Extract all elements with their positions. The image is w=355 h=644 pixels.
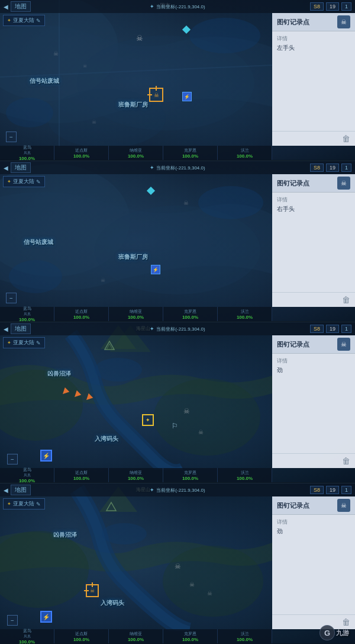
blue-marker-4: ⚡ bbox=[40, 611, 52, 623]
region-tag-3: ✦ 亚夏大陆 ✎ bbox=[3, 337, 45, 348]
side-panel-3: 图钉记录点 ☠ 详情 劲 🗑 bbox=[272, 335, 355, 468]
region-tag-1: ✦ 亚夏大陆 ✎ bbox=[3, 15, 45, 26]
detail-value-2: 右手头 bbox=[277, 205, 350, 213]
map-button-2[interactable]: 地图 bbox=[11, 162, 31, 173]
brand-g-icon: G bbox=[324, 629, 330, 637]
badge-s-label-2: S8 bbox=[314, 165, 320, 171]
badge-1-3: 1 bbox=[341, 325, 351, 333]
region-tag-icon-2: ✦ bbox=[7, 179, 11, 184]
badge-num-2: 19 bbox=[330, 165, 335, 171]
avatar-icon-1: ☠ bbox=[341, 18, 347, 26]
stat-4-2: 克罗恩 100.0% bbox=[163, 307, 218, 321]
badge-s-label-1: S8 bbox=[314, 4, 320, 9]
badge-1-val-1: 1 bbox=[345, 4, 348, 9]
stat-val-5-1: 100.0% bbox=[237, 153, 253, 159]
badge-num-1: 19 bbox=[330, 4, 335, 9]
stat-3-2: 纳维亚 100.0% bbox=[109, 307, 163, 321]
coord-icon-1: ✦ bbox=[150, 4, 154, 9]
back-icon-2[interactable]: ◀ bbox=[4, 165, 8, 171]
side-panel-body-4: 详情 劲 bbox=[272, 515, 355, 614]
coord-text-1: 当前坐标(-221.9,304.0) bbox=[156, 4, 205, 10]
svg-point-5 bbox=[189, 18, 260, 53]
svg-point-11 bbox=[0, 370, 83, 441]
mountain-icon-4 bbox=[105, 501, 117, 514]
stat-5-2: 沃兰 100.0% bbox=[218, 307, 272, 321]
map-button-1[interactable]: 地图 bbox=[11, 1, 31, 12]
stats-bar-3: 蓝鸟 凤凰 100.0% 近点斯 100.0% 纳维亚 100.0% 克罗恩 1… bbox=[0, 468, 272, 482]
skull-1a: ☠ bbox=[136, 33, 143, 43]
stat-val-3-1: 100.0% bbox=[128, 153, 144, 159]
stat-5-1: 沃兰 100.0% bbox=[218, 146, 272, 160]
map-button-3[interactable]: 地图 bbox=[11, 323, 31, 334]
detail-label-2: 详情 bbox=[277, 196, 350, 204]
region-tag-4: ✦ 亚夏大陆 ✎ bbox=[3, 498, 45, 510]
zoom-out-btn-2[interactable]: − bbox=[6, 293, 17, 303]
svg-point-19 bbox=[163, 546, 263, 617]
player-icon-3: ✦ bbox=[142, 414, 154, 426]
trash-btn-1[interactable]: 🗑 bbox=[342, 134, 350, 143]
side-panel-header-2: 图钉记录点 ☠ bbox=[272, 174, 355, 193]
coord-display-1: ✦ 当前坐标(-221.9,304.0) bbox=[150, 4, 205, 10]
avatar-4: ☠ bbox=[337, 499, 350, 512]
side-panel-body-2: 详情 右手头 bbox=[272, 193, 355, 292]
stat-name-5-1: 沃兰 bbox=[241, 148, 249, 153]
map-label-2: 地图 bbox=[15, 164, 27, 172]
stat-2-3: 近点斯 100.0% bbox=[54, 468, 109, 482]
badge-s8-2: S8 bbox=[310, 164, 324, 172]
top-bar-right-1: S8 19 1 bbox=[310, 2, 351, 11]
svg-point-9 bbox=[198, 186, 263, 219]
skull-1d: ☠ bbox=[83, 59, 87, 70]
blue-marker-2: ⚡ bbox=[151, 265, 160, 274]
trash-btn-3[interactable]: 🗑 bbox=[342, 456, 350, 466]
stat-4-4: 克罗恩 100.0% bbox=[163, 629, 218, 643]
stat-5-4: 沃兰 100.0% bbox=[218, 629, 272, 643]
side-panel-header-3: 图钉记录点 ☠ bbox=[272, 335, 355, 354]
panel-1: ◀ 地图 ✦ 当前坐标(-221.9,304.0) S8 19 1 ✦ 亚 bbox=[0, 0, 355, 161]
top-bar-right-4: S8 19 1 bbox=[310, 486, 351, 494]
stat-3-3: 纳维亚 100.0% bbox=[109, 468, 163, 482]
back-icon-3[interactable]: ◀ bbox=[4, 326, 8, 332]
side-panel-footer-2: 🗑 bbox=[272, 292, 355, 307]
edit-icon-1[interactable]: ✎ bbox=[36, 18, 41, 24]
char-icon-3: ⚐ bbox=[172, 420, 178, 431]
map-button-4[interactable]: 地图 bbox=[11, 485, 31, 495]
panel-2: ◀ 地图 ✦ 当前坐标(-221.9,304.0) S8 19 1 ✦ 亚夏大陆… bbox=[0, 161, 355, 322]
side-panel-body-3: 详情 劲 bbox=[272, 354, 355, 453]
avatar-2: ☠ bbox=[337, 177, 350, 190]
stat-3-1: 纳维亚 100.0% bbox=[109, 146, 163, 160]
zoom-out-btn-3[interactable]: − bbox=[7, 454, 18, 464]
side-panel-2: 图钉记录点 ☠ 详情 右手头 🗑 bbox=[272, 174, 355, 307]
zoom-out-btn-4[interactable]: − bbox=[7, 615, 18, 626]
edit-icon-2[interactable]: ✎ bbox=[36, 179, 41, 185]
badge-19-3: 19 bbox=[326, 325, 339, 333]
skull-1c: ☠ bbox=[92, 116, 96, 126]
badge-1-val-2: 1 bbox=[345, 165, 348, 171]
detail-value-1: 左手头 bbox=[277, 44, 350, 52]
stat-1-4: 蓝鸟 凤凰 100.0% bbox=[0, 629, 54, 643]
stats-bar-2: 蓝鸟 凤凰 100.0% 近点斯 100.0% 纳维亚 100.0% 克罗恩 1… bbox=[0, 307, 272, 321]
avatar-icon-2: ☠ bbox=[341, 180, 347, 187]
zoom-out-btn-1[interactable]: − bbox=[6, 132, 17, 142]
skull-1b: ☠ bbox=[53, 47, 59, 58]
stat-name-3-1: 纳维亚 bbox=[130, 148, 142, 153]
svg-point-1 bbox=[77, 36, 254, 130]
stat-val-4-1: 100.0% bbox=[182, 153, 198, 159]
back-icon-1[interactable]: ◀ bbox=[4, 4, 8, 10]
skull-4b: ☠ bbox=[189, 578, 195, 589]
side-panel-footer-3: 🗑 bbox=[272, 453, 355, 468]
trash-btn-2[interactable]: 🗑 bbox=[342, 295, 350, 305]
svg-marker-22 bbox=[106, 502, 116, 511]
top-bar-3: ◀ 地图 ✦ 当前坐标(-221.9,304.0) S8 19 1 bbox=[0, 322, 355, 335]
map-label-1: 地图 bbox=[15, 2, 27, 11]
svg-point-8 bbox=[95, 206, 260, 294]
badge-1-2: 1 bbox=[341, 164, 351, 172]
stat-5-3: 沃兰 100.0% bbox=[218, 468, 272, 482]
stats-bar-1: 蓝鸟 凤凰 100.0% 近点斯 100.0% 纳维亚 100.0% 克罗恩 1… bbox=[0, 146, 272, 160]
back-icon-4[interactable]: ◀ bbox=[4, 487, 8, 494]
badge-19-2: 19 bbox=[326, 164, 339, 172]
skull-2b: ☠ bbox=[101, 274, 105, 284]
stat-4-3: 克罗恩 100.0% bbox=[163, 468, 218, 482]
panel-4: 海星山 ◀ 地图 ✦ 当前坐标(-221.9,304.0) S8 19 1 ✦ bbox=[0, 483, 355, 644]
map-label-3: 地图 bbox=[15, 325, 27, 333]
side-panel-4: 图钉记录点 ☠ 详情 劲 🗑 bbox=[272, 496, 355, 629]
